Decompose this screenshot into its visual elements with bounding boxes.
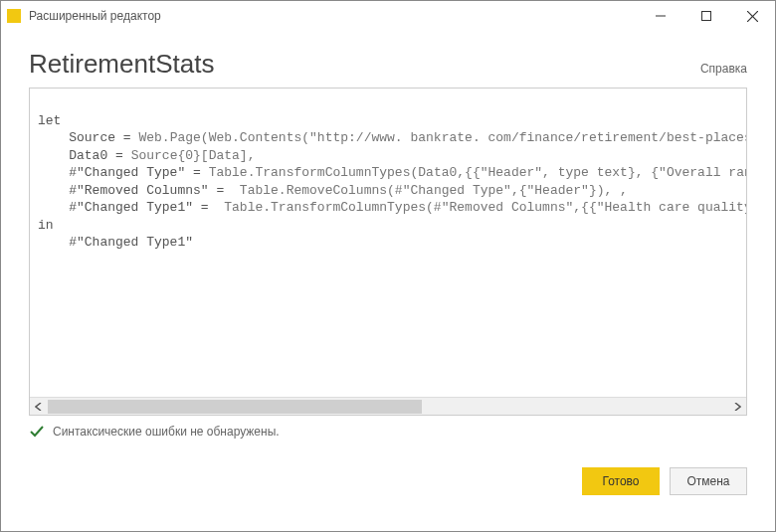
- header: RetirementStats Справка: [1, 31, 775, 88]
- minimize-icon: [656, 11, 666, 21]
- code-line: #"Changed Type" = Table.TransformColumnT…: [38, 165, 746, 180]
- close-icon: [747, 11, 758, 22]
- scroll-thumb[interactable]: [48, 400, 422, 414]
- code-line: let: [38, 113, 61, 128]
- maximize-icon: [701, 11, 711, 21]
- done-button[interactable]: Готово: [582, 467, 660, 495]
- horizontal-scrollbar[interactable]: [30, 397, 746, 415]
- code-line: #"Changed Type1" = Table.TransformColumn…: [38, 200, 746, 215]
- status-text: Синтаксические ошибки не обнаружены.: [53, 425, 280, 439]
- code-editor[interactable]: let Source = Web.Page(Web.Contents("http…: [29, 88, 747, 416]
- close-button[interactable]: [729, 1, 775, 31]
- app-icon: [7, 9, 21, 23]
- code-line: #"Changed Type1": [38, 235, 193, 250]
- check-icon: [29, 424, 45, 440]
- page-title: RetirementStats: [29, 49, 214, 80]
- code-line: in: [38, 218, 54, 233]
- code-line: Data0 = Source{0}[Data],: [38, 148, 255, 163]
- scroll-left-arrow-icon[interactable]: [30, 398, 48, 416]
- scroll-track[interactable]: [48, 398, 728, 415]
- minimize-button[interactable]: [638, 1, 683, 31]
- footer: Готово Отмена: [1, 453, 775, 495]
- cancel-button[interactable]: Отмена: [670, 467, 747, 495]
- scroll-right-arrow-icon[interactable]: [728, 398, 746, 416]
- titlebar-text: Расширенный редактор: [29, 9, 638, 23]
- maximize-button[interactable]: [683, 1, 729, 31]
- code-line: Source = Web.Page(Web.Contents("http://w…: [38, 130, 746, 145]
- titlebar: Расширенный редактор: [1, 1, 775, 31]
- help-link[interactable]: Справка: [700, 62, 747, 80]
- svg-rect-1: [702, 12, 711, 21]
- code-area[interactable]: let Source = Web.Page(Web.Contents("http…: [30, 89, 746, 397]
- code-line: #"Removed Columns" = Table.RemoveColumns…: [38, 183, 628, 198]
- status-row: Синтаксические ошибки не обнаружены.: [1, 416, 775, 447]
- window-controls: [638, 1, 775, 31]
